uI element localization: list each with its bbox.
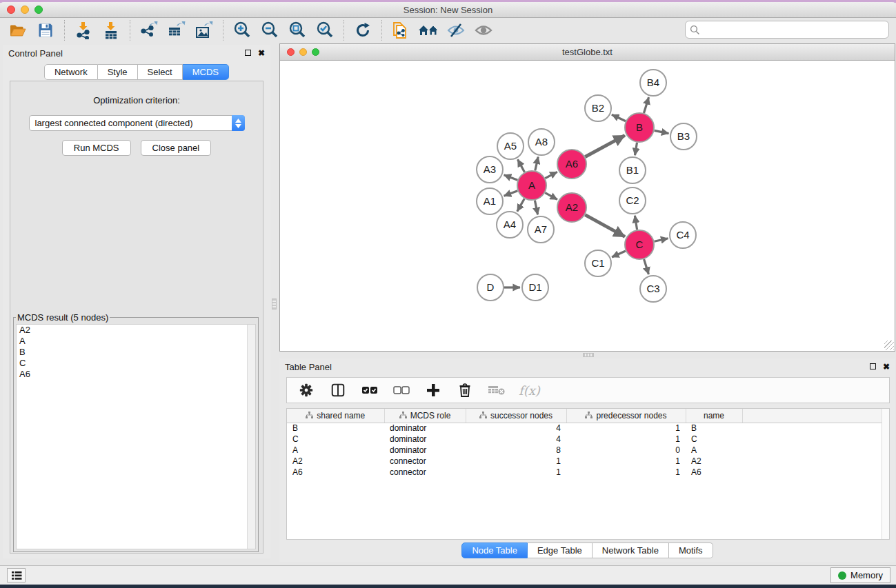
tab-select[interactable]: Select [138, 64, 183, 80]
table-cell[interactable]: dominator [384, 445, 466, 456]
float-panel-icon[interactable] [245, 49, 251, 57]
graph-node-A5[interactable]: A5 [497, 133, 524, 159]
graph-node-B2[interactable]: B2 [585, 95, 611, 121]
table-cell[interactable]: connector [384, 467, 466, 478]
graph-edge-C-C4[interactable] [654, 239, 668, 241]
mcds-result-item[interactable]: A2 [17, 325, 255, 336]
tab-network-table[interactable]: Network Table [593, 543, 669, 558]
table-cell[interactable]: 4 [466, 434, 566, 445]
mcds-result-item[interactable]: C [17, 358, 255, 369]
graph-node-C2[interactable]: C2 [619, 187, 646, 214]
table-cell[interactable]: connector [384, 456, 466, 467]
close-panel-icon[interactable]: ✖ [258, 49, 265, 57]
tab-style[interactable]: Style [98, 64, 138, 80]
table-cell[interactable]: A2 [287, 456, 384, 467]
window-resize-grip[interactable] [884, 341, 894, 350]
graph-edge-A6-B[interactable] [585, 135, 625, 156]
graph-node-A[interactable]: A [517, 171, 546, 200]
save-session-button[interactable] [33, 19, 58, 41]
table-cell[interactable]: 0 [566, 445, 686, 456]
table-cell[interactable]: A6 [287, 467, 384, 478]
deselect-all-rows-button[interactable] [392, 379, 411, 401]
graph-node-B1[interactable]: B1 [619, 157, 646, 183]
graph-node-A4[interactable]: A4 [497, 212, 523, 238]
tab-node-table[interactable]: Node Table [461, 543, 528, 558]
graph-node-A8[interactable]: A8 [528, 129, 555, 155]
graph-edge-C-C3[interactable] [644, 259, 649, 274]
table-cell[interactable]: 8 [466, 445, 566, 456]
result-list-scrollbar[interactable] [247, 325, 255, 549]
graph-edge-A-A4[interactable] [517, 199, 524, 212]
table-cell[interactable]: 1 [566, 434, 686, 445]
graph-edge-A-A3[interactable] [504, 175, 518, 180]
table-cell[interactable]: 1 [466, 467, 566, 478]
open-session-button[interactable] [6, 19, 30, 41]
tab-mcds[interactable]: MCDS [183, 64, 229, 80]
new-network-from-selection-button[interactable] [388, 19, 413, 41]
show-columns-button[interactable] [328, 379, 348, 401]
graph-node-C[interactable]: C [625, 230, 654, 259]
graph-edge-B-B3[interactable] [655, 130, 669, 133]
table-row[interactable]: A6connector11A6 [287, 467, 889, 478]
run-mcds-button[interactable]: Run MCDS [62, 140, 131, 156]
graph-node-A7[interactable]: A7 [528, 216, 554, 243]
table-cell[interactable]: 1 [566, 456, 686, 467]
export-table-button[interactable] [164, 19, 189, 41]
table-settings-button[interactable] [297, 379, 316, 401]
graph-node-C4[interactable]: C4 [670, 222, 696, 248]
table-cell[interactable]: 1 [566, 467, 686, 478]
graph-edge-A-A5[interactable] [518, 159, 525, 172]
function-builder-icon[interactable]: f(x) [519, 383, 540, 398]
table-cell[interactable]: dominator [384, 434, 466, 445]
graph-node-B4[interactable]: B4 [640, 70, 666, 96]
table-cell[interactable]: A6 [686, 467, 742, 478]
table-cell[interactable]: C [686, 434, 742, 445]
graph-node-D[interactable]: D [477, 274, 504, 301]
graph-edge-A2-C[interactable] [585, 215, 625, 237]
select-all-rows-button[interactable] [360, 379, 379, 401]
table-cell[interactable]: 4 [466, 423, 566, 434]
graph-edge-A-A8[interactable] [535, 156, 538, 170]
table-row[interactable]: A2connector11A2 [287, 456, 889, 467]
graph-edge-A-A7[interactable] [535, 201, 537, 215]
table-cell[interactable]: dominator [384, 423, 466, 434]
graph-node-B3[interactable]: B3 [670, 123, 697, 150]
zoom-out-button[interactable] [257, 19, 282, 41]
table-row[interactable]: Cdominator41C [287, 434, 889, 445]
graph-edge-A-A1[interactable] [504, 191, 518, 196]
graph-node-C1[interactable]: C1 [585, 250, 611, 276]
zoom-selected-button[interactable] [312, 19, 337, 41]
import-network-button[interactable] [71, 19, 96, 41]
graph-node-A3[interactable]: A3 [477, 156, 503, 183]
show-all-button[interactable] [471, 19, 496, 41]
graph-node-D1[interactable]: D1 [522, 274, 548, 301]
search-input[interactable] [704, 25, 884, 35]
table-scrollbar[interactable] [882, 409, 889, 539]
table-cell[interactable]: C [287, 434, 384, 445]
table-cell[interactable]: B [287, 423, 384, 434]
table-cell[interactable]: A [686, 445, 742, 456]
graph-node-C3[interactable]: C3 [640, 276, 666, 302]
column-header-mcds-role[interactable]: MCDS role [384, 409, 466, 423]
hide-selected-button[interactable] [444, 19, 468, 41]
graph-node-B[interactable]: B [625, 113, 654, 142]
delete-column-button[interactable] [455, 379, 475, 401]
first-neighbors-button[interactable] [416, 19, 441, 41]
graph-edge-B-B2[interactable] [612, 114, 626, 121]
graph-edge-A-A6[interactable] [545, 172, 557, 178]
graph-node-A1[interactable]: A1 [477, 188, 503, 214]
horizontal-splitter-grip[interactable] [583, 353, 594, 357]
table-cell[interactable]: B [686, 423, 742, 434]
table-row[interactable]: Adominator80A [287, 445, 889, 456]
mcds-result-item[interactable]: A6 [17, 369, 255, 380]
table-cell[interactable]: 1 [466, 456, 566, 467]
table-cell[interactable]: 1 [566, 423, 686, 434]
column-header-shared-name[interactable]: shared name [287, 409, 384, 423]
close-panel-button[interactable]: Close panel [141, 140, 212, 156]
tab-edge-table[interactable]: Edge Table [528, 543, 593, 558]
add-column-button[interactable] [424, 379, 443, 401]
vertical-splitter-grip[interactable] [272, 298, 277, 310]
optimization-criterion-select[interactable]: largest connected component (directed) [29, 115, 245, 131]
column-header-successor-nodes[interactable]: successor nodes [466, 409, 566, 423]
table-cell[interactable]: A2 [686, 456, 742, 467]
